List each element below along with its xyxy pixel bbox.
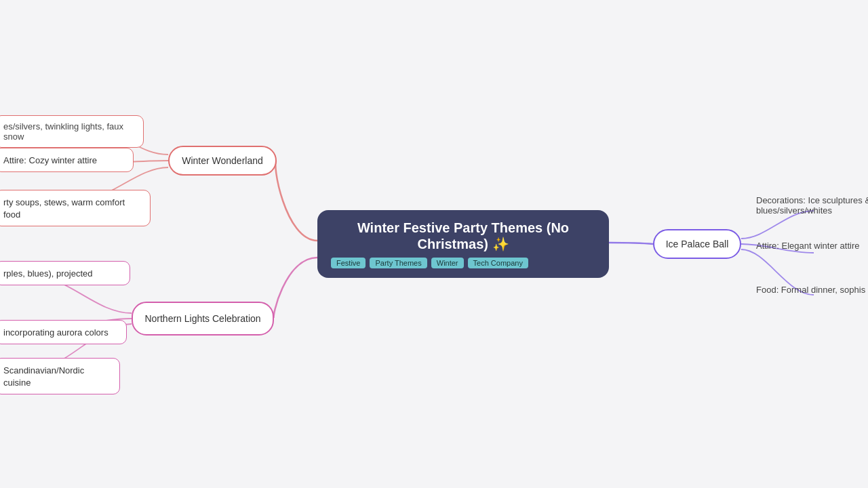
- ww-attire-node: Attire: Cozy winter attire: [0, 148, 134, 172]
- ww-food-text: rty soups, stews, warm comfort food: [3, 197, 125, 220]
- tag-party-themes: Party Themes: [370, 258, 427, 268]
- central-node: Winter Festive Party Themes (No Christma…: [317, 210, 609, 278]
- ww-decor-node: es/silvers, twinkling lights, faux snow: [0, 115, 144, 148]
- ww-decor-text: es/silvers, twinkling lights, faux snow: [3, 121, 123, 142]
- northern-lights-node[interactable]: Northern Lights Celebration: [132, 302, 274, 336]
- central-title: Winter Festive Party Themes (No Christma…: [331, 220, 595, 252]
- nl-decor-node: rples, blues), projected: [0, 261, 130, 285]
- central-tags: Festive Party Themes Winter Tech Company: [331, 258, 528, 268]
- tag-tech-company: Tech Company: [468, 258, 528, 268]
- ice-palace-label: Ice Palace Ball: [666, 239, 729, 249]
- ice-palace-node[interactable]: Ice Palace Ball: [653, 229, 741, 259]
- nl-food-node: Scandinavian/Nordic cuisine: [0, 358, 120, 394]
- winter-wonderland-node[interactable]: Winter Wonderland: [168, 146, 277, 176]
- ip-food-node: Food: Formal dinner, sophis: [756, 285, 868, 295]
- nl-food-text: Scandinavian/Nordic cuisine: [3, 365, 84, 388]
- tag-festive: Festive: [331, 258, 366, 268]
- ww-food-node: rty soups, stews, warm comfort food: [0, 190, 151, 226]
- northern-lights-label: Northern Lights Celebration: [144, 313, 260, 324]
- winter-wonderland-label: Winter Wonderland: [182, 155, 263, 166]
- ip-attire-text: Attire: Elegant winter attire: [756, 241, 859, 251]
- nl-attire-text: incorporating aurora colors: [3, 327, 108, 338]
- nl-decor-text: rples, blues), projected: [3, 268, 93, 279]
- ip-attire-node: Attire: Elegant winter attire: [756, 241, 868, 251]
- ip-decor-node: Decorations: Ice sculptures & blues/silv…: [756, 195, 868, 216]
- ip-food-text: Food: Formal dinner, sophis: [756, 285, 865, 295]
- tag-winter: Winter: [431, 258, 464, 268]
- ww-attire-text: Attire: Cozy winter attire: [3, 155, 97, 165]
- nl-attire-node: incorporating aurora colors: [0, 320, 127, 344]
- ip-decor-text: Decorations: Ice sculptures & blues/silv…: [756, 195, 868, 216]
